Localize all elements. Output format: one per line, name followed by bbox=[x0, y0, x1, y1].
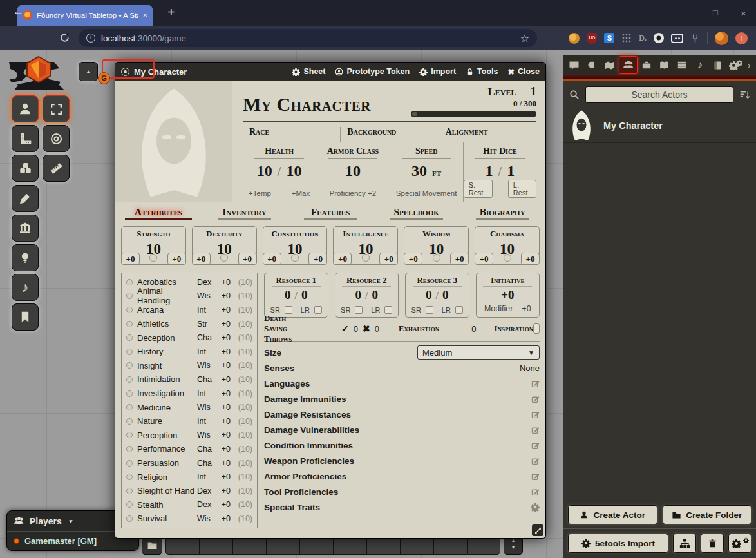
sr-checkbox[interactable] bbox=[426, 306, 433, 314]
save-mod[interactable]: +0 bbox=[404, 253, 422, 265]
new-tab-button[interactable]: + bbox=[167, 5, 175, 20]
5etools-import-button[interactable]: 5etools Import bbox=[568, 534, 668, 553]
ability-strength[interactable]: Strength10+0+0 bbox=[121, 226, 186, 265]
check-mod[interactable]: +0 bbox=[379, 253, 398, 265]
proficiency-circle[interactable] bbox=[433, 254, 440, 262]
hp-temp-label[interactable]: +Temp bbox=[249, 189, 271, 197]
hd-current[interactable]: 1 bbox=[486, 162, 493, 180]
target-tool-button[interactable] bbox=[43, 125, 70, 152]
tab-actors[interactable] bbox=[619, 56, 638, 74]
death-success-icon[interactable]: ✓ bbox=[341, 323, 349, 334]
close-window-button[interactable]: ✖Close bbox=[507, 67, 540, 77]
background-field[interactable]: Background bbox=[340, 127, 438, 142]
proficiency-toggle[interactable] bbox=[126, 307, 133, 313]
cookie-extension-icon[interactable] bbox=[569, 33, 580, 44]
hp-current[interactable]: 10 bbox=[257, 162, 272, 180]
save-mod[interactable]: +0 bbox=[263, 253, 281, 265]
stylus-extension-icon[interactable]: S bbox=[604, 33, 614, 43]
proficiency-circle[interactable] bbox=[220, 254, 228, 262]
skill-row[interactable]: Animal HandlingWis+0(10) bbox=[122, 289, 257, 303]
site-info-icon[interactable]: i bbox=[86, 34, 95, 43]
check-mod[interactable]: +0 bbox=[450, 253, 469, 265]
actor-name[interactable]: My Character bbox=[603, 120, 663, 131]
tab-features[interactable]: Features bbox=[287, 206, 373, 220]
proficiency-toggle[interactable] bbox=[126, 488, 133, 494]
url-bar[interactable]: i localhost:30000/game ☆ bbox=[79, 29, 537, 47]
drawing-tool-button[interactable] bbox=[12, 185, 39, 212]
tab-biography[interactable]: Biography bbox=[459, 206, 545, 220]
character-name[interactable]: My Character bbox=[243, 83, 371, 120]
exhaustion-value[interactable]: 0 bbox=[471, 324, 476, 334]
death-fail-icon[interactable]: ✖ bbox=[363, 323, 370, 334]
character-portrait[interactable] bbox=[115, 81, 232, 202]
hp-max[interactable]: 10 bbox=[286, 162, 301, 180]
edit-icon[interactable] bbox=[531, 441, 540, 450]
proficiency-toggle[interactable] bbox=[126, 460, 133, 467]
profile-avatar[interactable] bbox=[715, 32, 728, 45]
proficiency-toggle[interactable] bbox=[126, 390, 133, 397]
proficiency-toggle[interactable] bbox=[126, 446, 133, 452]
lighting-tool-button[interactable] bbox=[12, 244, 39, 271]
back-icon[interactable]: ← bbox=[13, 5, 24, 18]
proficiency-circle[interactable] bbox=[362, 254, 370, 262]
lr-checkbox[interactable] bbox=[314, 306, 322, 314]
lr-checkbox[interactable] bbox=[384, 306, 392, 314]
proficiency-toggle[interactable] bbox=[126, 418, 133, 425]
tab-chat[interactable] bbox=[565, 56, 583, 74]
skill-row[interactable]: PerformanceCha+0(10) bbox=[122, 442, 257, 456]
tab-items[interactable] bbox=[638, 56, 656, 74]
window-close-icon[interactable]: × bbox=[741, 8, 746, 19]
sort-icon[interactable] bbox=[739, 90, 750, 101]
tab-inventory[interactable]: Inventory bbox=[202, 206, 288, 220]
gear-icon[interactable] bbox=[531, 503, 540, 512]
proficiency-toggle[interactable] bbox=[126, 515, 133, 522]
initiative-modifier[interactable]: +0 bbox=[522, 304, 531, 313]
proficiency-toggle[interactable] bbox=[126, 474, 133, 480]
proficiency-toggle[interactable] bbox=[126, 334, 133, 341]
proficiency-toggle[interactable] bbox=[126, 404, 133, 410]
skill-row[interactable]: InsightWis+0(10) bbox=[122, 359, 257, 373]
skill-row[interactable]: ReligionInt+0(10) bbox=[122, 470, 257, 484]
skill-row[interactable]: IntimidationCha+0(10) bbox=[122, 372, 257, 387]
resource-1[interactable]: Resource 1 0/0 SRLR bbox=[264, 273, 328, 318]
death-fail-count[interactable]: 0 bbox=[375, 324, 379, 334]
window-header[interactable]: My Character Sheet Prototype Token Impor… bbox=[115, 63, 545, 81]
proficiency-toggle[interactable] bbox=[126, 501, 133, 508]
create-folder-button[interactable]: Create Folder bbox=[663, 505, 752, 524]
skill-row[interactable]: AthleticsStr+0(10) bbox=[122, 317, 257, 331]
proficiency-toggle[interactable] bbox=[126, 362, 133, 369]
proficiency-toggle[interactable] bbox=[126, 293, 133, 299]
import-button[interactable]: Import bbox=[419, 67, 456, 77]
tab-playlists[interactable]: ♪ bbox=[691, 56, 709, 74]
skill-row[interactable]: NatureInt+0(10) bbox=[122, 414, 257, 428]
proficiency-circle[interactable] bbox=[504, 254, 511, 262]
tab-settings[interactable] bbox=[726, 56, 744, 74]
alignment-field[interactable]: Alignment bbox=[439, 127, 536, 142]
skill-row[interactable]: DeceptionCha+0(10) bbox=[122, 331, 257, 345]
sr-checkbox[interactable] bbox=[355, 306, 363, 314]
check-mod[interactable]: +0 bbox=[521, 253, 540, 265]
ability-constitution[interactable]: Constitution10+0+0 bbox=[263, 226, 328, 265]
actor-list-item[interactable]: My Character bbox=[563, 108, 756, 143]
tab-compendium[interactable] bbox=[709, 56, 727, 74]
long-rest-button[interactable]: L. Rest bbox=[508, 180, 536, 198]
tab-spellbook[interactable]: Spellbook bbox=[373, 206, 460, 220]
tools-button[interactable]: Tools bbox=[466, 67, 498, 77]
check-mod[interactable]: +0 bbox=[308, 253, 327, 265]
walls-tool-button[interactable] bbox=[12, 215, 39, 242]
tab-scenes[interactable] bbox=[601, 56, 619, 74]
ruler-tool-button[interactable] bbox=[43, 155, 70, 182]
save-mod[interactable]: +0 bbox=[475, 253, 493, 265]
notes-tool-button[interactable] bbox=[12, 303, 39, 331]
grid-dots-extension-icon[interactable] bbox=[621, 33, 632, 43]
token-tool-button[interactable] bbox=[12, 95, 39, 122]
settings-button[interactable] bbox=[728, 534, 751, 553]
box-dots-extension-icon[interactable] bbox=[671, 34, 683, 43]
reload-icon[interactable] bbox=[59, 32, 70, 43]
folder-tree-button[interactable] bbox=[673, 534, 696, 553]
d-extension-icon[interactable]: D. bbox=[639, 34, 647, 43]
edit-icon[interactable] bbox=[531, 472, 540, 481]
skill-row[interactable]: ArcanaInt+0(10) bbox=[122, 303, 257, 317]
resource-2[interactable]: Resource 2 0/0 SRLR bbox=[335, 273, 399, 318]
edit-icon[interactable] bbox=[531, 410, 540, 419]
